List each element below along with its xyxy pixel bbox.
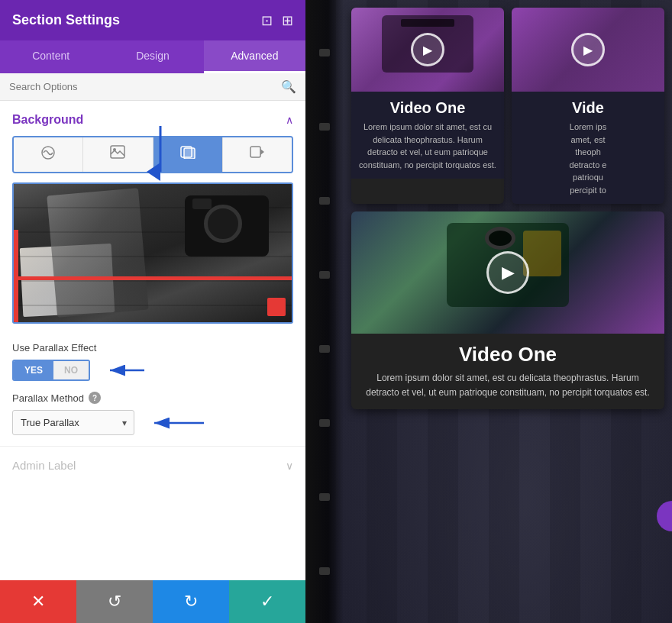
parallax-method-field: Parallax Method ? True Parallax CSS Para… bbox=[0, 392, 305, 435]
card-thumb-2: ▶ bbox=[512, 8, 664, 92]
bottom-card-area: ▶ Video One Lorem ipsum dolor sit amet, … bbox=[351, 211, 664, 409]
slideshow-bg-icon bbox=[179, 145, 196, 159]
header-icons: ⊡ ⊞ bbox=[261, 12, 293, 29]
redo-button[interactable]: ↻ bbox=[153, 580, 229, 623]
help-icon[interactable]: ? bbox=[89, 392, 101, 404]
collapse-icon[interactable]: ∧ bbox=[286, 114, 293, 126]
search-input[interactable] bbox=[9, 81, 281, 92]
play-icon-1: ▶ bbox=[423, 43, 432, 57]
film-hole bbox=[319, 419, 330, 427]
image-bg-icon bbox=[110, 145, 125, 159]
bottom-card-text: Lorem ipsum dolor sit amet, est cu delic… bbox=[363, 371, 652, 400]
bottom-card-title: Video One bbox=[363, 343, 652, 366]
play-button-bottom[interactable]: ▶ bbox=[486, 251, 529, 294]
section-header: Background ∧ bbox=[12, 113, 293, 127]
toggle-yes-btn[interactable]: YES bbox=[14, 361, 53, 379]
film-hole bbox=[319, 49, 330, 56]
settings-panel: Section Settings ⊡ ⊞ Content Design Adva… bbox=[0, 0, 305, 623]
play-icon-bottom: ▶ bbox=[502, 263, 515, 282]
film-holes bbox=[313, 15, 336, 608]
camera-top bbox=[192, 199, 212, 209]
arrow-annotation-2 bbox=[147, 414, 208, 432]
camera-detail-1 bbox=[401, 19, 454, 27]
card-text-1: Lorem ipsum dolor sit amet, est cu delic… bbox=[359, 121, 496, 171]
card-body-2: Vide Lorem ipsamet, esttheophdetracto ep… bbox=[512, 92, 664, 204]
svg-rect-4 bbox=[184, 148, 195, 159]
admin-header[interactable]: Admin Label ∨ bbox=[12, 459, 293, 472]
toggle-no-btn[interactable]: NO bbox=[53, 361, 89, 379]
arrow-annotation-1 bbox=[102, 361, 148, 379]
video-card-bottom: ▶ Video One Lorem ipsum dolor sit amet, … bbox=[351, 211, 664, 409]
film-hole bbox=[319, 345, 330, 353]
bottom-card-body: Video One Lorem ipsum dolor sit amet, es… bbox=[351, 334, 664, 409]
parallax-toggle: YES NO bbox=[12, 360, 90, 381]
image-preview bbox=[12, 182, 293, 324]
bottom-card-thumb: ▶ bbox=[351, 211, 664, 334]
background-title: Background bbox=[12, 113, 83, 127]
admin-label-section: Admin Label ∨ bbox=[0, 446, 305, 484]
video-bg-icon bbox=[250, 145, 265, 159]
tabs-row: Content Design Advanced bbox=[0, 40, 305, 73]
camera-lens bbox=[204, 205, 242, 243]
tab-content[interactable]: Content bbox=[0, 40, 102, 73]
play-icon-2: ▶ bbox=[583, 43, 593, 57]
save-icon: ✓ bbox=[260, 592, 274, 612]
film-hole bbox=[319, 123, 330, 131]
parallax-method-label: Parallax Method ? bbox=[12, 392, 293, 404]
preview-image bbox=[14, 184, 292, 322]
film-hole bbox=[319, 493, 330, 501]
panel-content: Background ∧ bbox=[0, 101, 305, 580]
redo-icon: ↻ bbox=[184, 592, 198, 612]
film-hole bbox=[319, 197, 330, 205]
svg-point-2 bbox=[113, 148, 116, 151]
parallax-effect-field: Use Parallax Effect YES NO bbox=[0, 342, 305, 381]
cards-row-1: ▶ Video One Lorem ipsum dolor sit amet, … bbox=[351, 8, 664, 204]
svg-rect-5 bbox=[250, 147, 260, 157]
card-title-1: Video One bbox=[359, 99, 496, 116]
bottom-bar: ✕ ↺ ↻ ✓ bbox=[0, 580, 305, 623]
cancel-button[interactable]: ✕ bbox=[0, 580, 76, 623]
film-hole bbox=[319, 271, 330, 279]
tab-design[interactable]: Design bbox=[102, 40, 203, 73]
parallax-method-select-wrap: True Parallax CSS Parallax Mouse Paralla… bbox=[12, 410, 134, 435]
parallax-method-row: True Parallax CSS Parallax Mouse Paralla… bbox=[12, 410, 293, 435]
cancel-icon: ✕ bbox=[31, 592, 45, 612]
bg-type-image[interactable] bbox=[83, 137, 153, 172]
red-stripe-horizontal bbox=[14, 276, 292, 280]
camera-body bbox=[185, 195, 269, 257]
red-corner bbox=[267, 298, 286, 316]
film-hole bbox=[319, 567, 330, 575]
card-thumb-1: ▶ bbox=[351, 8, 504, 92]
svg-marker-6 bbox=[260, 149, 264, 155]
play-button-1[interactable]: ▶ bbox=[411, 33, 444, 66]
bg-type-slideshow[interactable] bbox=[153, 137, 223, 172]
undo-icon: ↺ bbox=[108, 592, 121, 612]
columns-icon[interactable]: ⊞ bbox=[282, 12, 293, 29]
bg-type-video[interactable] bbox=[223, 137, 292, 172]
none-bg-icon bbox=[40, 145, 56, 160]
layout-icon[interactable]: ⊡ bbox=[261, 12, 273, 29]
card-text-2: Lorem ipsamet, esttheophdetracto epatrio… bbox=[519, 121, 657, 196]
left-dark-strip bbox=[305, 0, 344, 623]
video-card-1: ▶ Video One Lorem ipsum dolor sit amet, … bbox=[351, 8, 504, 204]
play-button-2[interactable]: ▶ bbox=[571, 33, 605, 66]
search-icon: 🔍 bbox=[281, 79, 296, 94]
camera-lens-big bbox=[485, 227, 515, 250]
panel-header: Section Settings ⊡ ⊞ bbox=[0, 0, 305, 40]
tab-advanced[interactable]: Advanced bbox=[204, 40, 305, 73]
bg-type-row bbox=[12, 136, 293, 173]
bg-type-none[interactable] bbox=[14, 137, 83, 172]
admin-title: Admin Label bbox=[12, 459, 76, 472]
card-body-1: Video One Lorem ipsum dolor sit amet, es… bbox=[351, 92, 504, 179]
parallax-method-select[interactable]: True Parallax CSS Parallax Mouse Paralla… bbox=[12, 410, 134, 435]
save-button[interactable]: ✓ bbox=[229, 580, 305, 623]
undo-button[interactable]: ↺ bbox=[76, 580, 153, 623]
panel-title: Section Settings bbox=[12, 12, 120, 28]
admin-chevron-icon: ∨ bbox=[286, 460, 293, 472]
search-bar: 🔍 bbox=[0, 73, 305, 101]
parallax-toggle-row: YES NO bbox=[12, 360, 293, 381]
card-title-2: Vide bbox=[519, 99, 657, 116]
video-card-2: ▶ Vide Lorem ipsamet, esttheophdetracto … bbox=[512, 8, 664, 204]
cards-grid: ▶ Video One Lorem ipsum dolor sit amet, … bbox=[344, 0, 672, 417]
preview-panel: ▶ Video One Lorem ipsum dolor sit amet, … bbox=[305, 0, 672, 623]
